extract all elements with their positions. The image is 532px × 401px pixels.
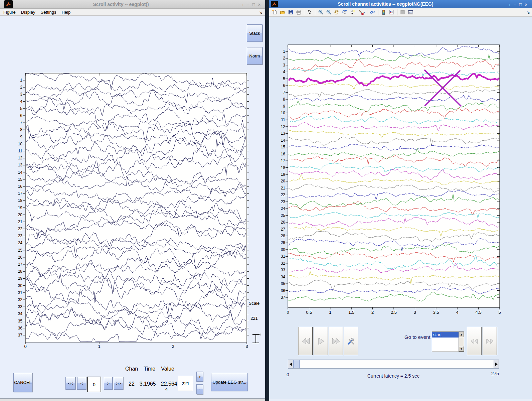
channel-label: 30 — [18, 283, 23, 288]
minimize-icon[interactable]: – — [247, 2, 249, 7]
menu-item-settings[interactable]: Settings — [38, 10, 59, 15]
channel-label: 19 — [18, 206, 23, 210]
new-file-icon[interactable] — [271, 8, 279, 16]
channel-label: 6 — [283, 83, 285, 88]
dock-arrow-icon[interactable]: ↘ — [527, 10, 530, 15]
restore-icon[interactable]: ↑ — [509, 2, 511, 7]
x-tick-label: 1 — [98, 344, 100, 349]
channel-label: 26 — [281, 220, 286, 225]
open-folder-icon[interactable] — [279, 8, 287, 16]
norm-button[interactable]: Norm — [247, 47, 262, 64]
cursor-icon[interactable] — [306, 8, 314, 16]
stack-button[interactable]: Stack — [247, 24, 262, 42]
toolbar-separator — [315, 9, 315, 15]
x-tick-label: 2 — [371, 310, 374, 315]
page-first-button[interactable]: << — [65, 377, 75, 390]
channel-label: 11 — [18, 149, 23, 153]
channel-label: 14 — [18, 170, 23, 175]
channel-label: 1 — [20, 78, 22, 83]
scroll-down-icon[interactable]: ▼ — [459, 346, 464, 352]
position-field[interactable]: 0 — [87, 377, 101, 392]
channel-label: 12 — [281, 124, 286, 129]
channel-label: 23 — [281, 199, 286, 204]
settings-tools-button[interactable] — [344, 327, 358, 355]
rotate-3d-icon[interactable] — [341, 8, 349, 16]
prev-event-button[interactable] — [467, 327, 482, 355]
update-eeg-button[interactable]: Update EEG str... — [211, 373, 248, 391]
scale-minus-button[interactable]: - — [196, 384, 203, 394]
zoom-out-icon[interactable] — [325, 8, 333, 16]
value-label: Value — [161, 366, 174, 372]
channel-label: 36 — [281, 288, 286, 293]
readout-values: 22 3.1965 22.564 — [129, 381, 182, 387]
cancel-button[interactable]: CANCEL — [13, 373, 32, 392]
readout-header: Chan Time Value — [125, 366, 175, 372]
channel-label: 7 — [20, 120, 22, 125]
value-value-wrap: 4 — [159, 387, 174, 392]
channel-label: 29 — [281, 240, 286, 245]
colorbar-icon[interactable] — [380, 8, 388, 16]
fast-forward-button[interactable] — [329, 327, 343, 355]
channel-label: 13 — [281, 131, 286, 136]
channel-label: 5 — [20, 106, 22, 111]
value-value: 22.564 — [161, 381, 177, 387]
menu-item-help[interactable]: Help — [59, 10, 73, 15]
scale-plus-button[interactable]: + — [196, 372, 203, 382]
window-eegplotng: 1234567891011121314151617181920212223242… — [269, 0, 532, 401]
scale-edit-field[interactable]: 221 — [178, 376, 193, 391]
legend-icon[interactable] — [388, 8, 396, 16]
time-scrollbar[interactable] — [288, 360, 499, 369]
save-icon[interactable] — [287, 8, 295, 16]
window-title-right: Scroll channel activities -- eegplotNG(E… — [269, 1, 502, 7]
menu-item-figure[interactable]: Figure — [1, 10, 18, 15]
zoom-in-icon[interactable] — [317, 8, 325, 16]
toolbar-separator — [378, 9, 378, 15]
current-latency-label: Current latency = 2.5 sec — [327, 373, 460, 379]
channel-label: 18 — [18, 198, 23, 203]
x-tick-label: 1.5 — [348, 310, 354, 315]
menu-item-display[interactable]: Display — [18, 10, 38, 15]
channel-label: 36 — [18, 326, 23, 330]
page-last-button[interactable]: >> — [114, 377, 123, 390]
toolbar-separator — [304, 9, 304, 15]
next-event-button[interactable] — [483, 327, 497, 355]
channel-label: 20 — [18, 213, 23, 217]
pan-icon[interactable] — [333, 8, 341, 16]
titlebar-left[interactable]: Scroll activity -- eegplot() ↑ – □ × — [0, 0, 265, 9]
close-icon[interactable]: × — [258, 2, 260, 7]
eeg-plot-left[interactable]: 1234567891011121314151617181920212223242… — [0, 0, 265, 401]
maximize-icon[interactable]: □ — [519, 2, 522, 7]
scrollbar-thumb[interactable] — [293, 360, 300, 368]
event-option[interactable]: start — [432, 332, 459, 338]
minimize-icon[interactable]: – — [514, 2, 516, 7]
channel-label: 14 — [281, 138, 286, 143]
x-tick-label: 1 — [329, 310, 331, 315]
rewind-button[interactable] — [298, 327, 313, 355]
page-prev-button[interactable]: < — [77, 377, 86, 390]
scroll-right-icon[interactable] — [494, 360, 499, 368]
event-list-scrollbar[interactable]: ▲ ▼ — [459, 332, 464, 352]
page-next-button[interactable]: > — [104, 377, 113, 390]
time-value: 3.1965 — [140, 381, 156, 387]
dock-arrow-icon[interactable]: ↘ — [259, 10, 262, 15]
close-icon[interactable]: × — [525, 2, 527, 7]
play-button[interactable] — [314, 327, 328, 355]
print-icon[interactable] — [295, 8, 303, 16]
scroll-up-icon[interactable]: ▲ — [459, 332, 464, 337]
titlebar-right[interactable]: Scroll channel activities -- eegplotNG(E… — [269, 0, 532, 8]
data-cursor-icon[interactable] — [349, 8, 357, 16]
x-tick-label: 2.5 — [391, 310, 397, 315]
channel-label: 24 — [18, 241, 23, 245]
event-listbox[interactable]: start ▲ ▼ — [432, 331, 464, 352]
figure-palette-icon[interactable] — [399, 8, 407, 16]
restore-icon[interactable]: ↑ — [242, 2, 244, 7]
channel-label: 21 — [281, 186, 286, 190]
brush-dropdown-icon[interactable]: ▾ — [363, 11, 365, 14]
maximize-icon[interactable]: □ — [252, 2, 255, 7]
plot-browser-icon[interactable] — [407, 8, 415, 16]
scroll-left-icon[interactable] — [288, 360, 293, 368]
event-list[interactable]: start — [432, 332, 459, 352]
link-plots-icon[interactable] — [369, 8, 377, 16]
channel-label: 20 — [281, 179, 286, 183]
channel-label: 31 — [18, 290, 23, 295]
